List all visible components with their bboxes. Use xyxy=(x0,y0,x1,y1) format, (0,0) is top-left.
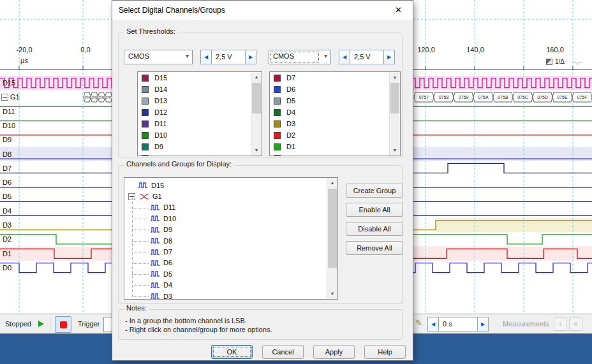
decrement-button[interactable]: ◀ xyxy=(339,50,350,64)
channel-label-D5[interactable]: D5 xyxy=(3,191,11,201)
threshold-preset-left[interactable]: CMOS ▾ xyxy=(124,50,193,64)
channel-option-D6[interactable]: D6 xyxy=(270,84,389,95)
scroll-up-icon[interactable]: ▲ xyxy=(251,72,262,82)
tree-item-D8[interactable]: D8 xyxy=(124,235,327,246)
chevron-down-icon[interactable]: ▾ xyxy=(324,52,327,59)
tree-scrollbar[interactable]: ▲▼ xyxy=(327,178,337,299)
time-increment-button[interactable]: ▶ xyxy=(477,317,489,331)
channel-option-D11[interactable]: D11 xyxy=(138,118,251,129)
chevron-down-icon[interactable]: ▾ xyxy=(186,52,189,59)
channel-option-D10[interactable]: D10 xyxy=(138,129,251,141)
channel-color-chip xyxy=(142,132,149,139)
channel-option-D4[interactable]: D4 xyxy=(270,106,389,118)
stop-button[interactable] xyxy=(55,316,71,333)
threshold-voltage[interactable]: 2,5 V xyxy=(212,50,245,64)
list-scrollbar[interactable]: ▲▼ xyxy=(389,72,400,156)
disable-all-button[interactable]: Disable All xyxy=(346,222,403,236)
channel-option-D14[interactable]: D14 xyxy=(138,84,251,95)
channel-option-D8[interactable]: D8 xyxy=(138,152,251,156)
tree-item-D15[interactable]: D15 xyxy=(124,180,327,191)
scroll-down-icon[interactable]: ▼ xyxy=(390,145,400,156)
play-icon[interactable] xyxy=(38,321,44,327)
threshold-voltage[interactable]: 2,5 V xyxy=(350,50,383,64)
channel-option-D3[interactable]: D3 xyxy=(270,118,389,129)
cancel-button[interactable]: Cancel xyxy=(262,345,304,359)
tree-item-D5[interactable]: D5 xyxy=(124,268,327,279)
threshold-preset-right[interactable]: CMOS ▾ xyxy=(269,50,331,64)
pencil-icon[interactable]: ✎ xyxy=(415,318,422,328)
channel-label-D6[interactable]: D6 xyxy=(3,177,11,187)
scroll-up-icon[interactable]: ▲ xyxy=(390,72,400,82)
channel-label-D11[interactable]: D11 xyxy=(3,106,15,117)
tree-item-D7[interactable]: D7 xyxy=(124,246,327,257)
channel-option-D9[interactable]: D9 xyxy=(138,141,251,152)
channel-option-label: D10 xyxy=(154,131,167,139)
channel-option-D5[interactable]: D5 xyxy=(270,95,389,106)
apply-button[interactable]: Apply xyxy=(313,345,355,359)
channel-option-D1[interactable]: D1 xyxy=(270,141,389,152)
increment-button[interactable]: ▶ xyxy=(245,50,256,64)
channel-color-chip xyxy=(274,120,281,127)
dialog-titlebar[interactable]: Select Digital Channels/Groups ✕ xyxy=(112,1,413,20)
channel-option-D0[interactable]: D0 xyxy=(270,152,389,156)
channel-option-label: D3 xyxy=(286,120,295,127)
scroll-down-icon[interactable]: ▼ xyxy=(251,145,262,156)
enable-all-button[interactable]: Enable All xyxy=(346,203,403,217)
scroll-thumb[interactable] xyxy=(252,83,261,113)
scroll-thumb[interactable] xyxy=(390,83,399,113)
increment-button[interactable]: ▶ xyxy=(383,50,395,64)
remove-all-button[interactable]: Remove All xyxy=(346,241,403,255)
tree-item-D11[interactable]: D11 xyxy=(124,202,327,213)
channel-list-left[interactable]: D15D14D13D12D11D10D9D8 ▲▼ xyxy=(137,71,262,156)
channel-label-G1[interactable]: G1 xyxy=(1,92,20,102)
threshold-value-right[interactable]: ◀ 2,5 V ▶ xyxy=(339,50,395,64)
channel-label-D2[interactable]: D2 xyxy=(3,234,11,244)
channel-label-D9[interactable]: D9 xyxy=(3,135,11,145)
tree-item-D10[interactable]: D10 xyxy=(124,213,327,224)
channel-option-D15[interactable]: D15 xyxy=(138,72,251,84)
channel-label-D15[interactable]: D15 xyxy=(3,78,15,88)
channel-label-D3[interactable]: D3 xyxy=(3,220,11,230)
channel-label-D8[interactable]: D8 xyxy=(3,149,11,159)
tree-item-D4[interactable]: D4 xyxy=(124,280,327,291)
tree-item-D9[interactable]: D9 xyxy=(124,224,327,235)
channel-label-D10[interactable]: D10 xyxy=(3,120,15,131)
channel-option-label: D15 xyxy=(154,74,167,82)
create-group-button[interactable]: Create Group xyxy=(346,184,403,198)
scroll-up-icon[interactable]: ▲ xyxy=(327,178,337,188)
tree-item-D6[interactable]: D6 xyxy=(124,258,327,268)
add-measurement-button[interactable]: + xyxy=(554,317,567,331)
list-scrollbar[interactable]: ▲▼ xyxy=(251,72,262,156)
channel-wave-icon xyxy=(150,249,160,256)
channel-color-chip xyxy=(142,109,149,116)
channel-label-D7[interactable]: D7 xyxy=(3,163,11,173)
decrement-button[interactable]: ◀ xyxy=(200,50,212,64)
channel-label-D4[interactable]: D4 xyxy=(3,206,11,216)
channel-option-D13[interactable]: D13 xyxy=(138,95,251,106)
channel-label-D0[interactable]: D0 xyxy=(3,263,11,273)
tree-item-D3[interactable]: D3 xyxy=(124,291,327,299)
threshold-value-left[interactable]: ◀ 2,5 V ▶ xyxy=(200,50,256,64)
channel-option-label: D4 xyxy=(286,108,295,116)
ok-button[interactable]: OK xyxy=(211,345,253,359)
scroll-thumb[interactable] xyxy=(328,189,337,268)
channel-option-D2[interactable]: D2 xyxy=(270,129,389,141)
help-button[interactable]: Help xyxy=(364,345,406,359)
channel-color-chip xyxy=(142,120,149,127)
time-decrement-button[interactable]: ◀ xyxy=(427,317,439,331)
channel-label-D1[interactable]: D1 xyxy=(3,249,11,259)
channel-option-D7[interactable]: D7 xyxy=(270,72,389,84)
display-tree[interactable]: D15G1D11D10D9D8D7D6D5D4D3 ▲▼ xyxy=(124,177,338,300)
time-value[interactable]: 0 s xyxy=(439,317,477,331)
channel-list-right[interactable]: D7D6D5D4D3D2D1D0 ▲▼ xyxy=(269,71,401,156)
scroll-down-icon[interactable]: ▼ xyxy=(327,289,337,299)
tree-item-G1[interactable]: G1 xyxy=(124,191,327,201)
delete-measurement-button[interactable]: ✕ xyxy=(569,317,582,331)
svg-text:0759: 0759 xyxy=(459,95,469,99)
close-icon[interactable]: ✕ xyxy=(384,1,413,19)
channel-color-chip xyxy=(274,155,281,156)
collapse-icon[interactable] xyxy=(1,94,8,101)
channel-option-D12[interactable]: D12 xyxy=(138,106,251,118)
trigger-time-spinner[interactable]: ◀ 0 s ▶ xyxy=(427,317,489,331)
dialog-title: Select Digital Channels/Groups xyxy=(119,6,225,15)
